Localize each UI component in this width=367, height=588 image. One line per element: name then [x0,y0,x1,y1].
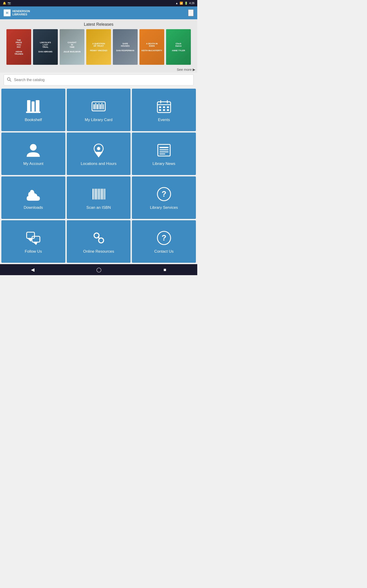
svg-rect-21 [159,109,161,111]
svg-rect-19 [163,106,165,108]
svg-rect-20 [167,106,169,108]
events-label: Events [158,117,170,122]
svg-rect-8 [95,103,96,109]
search-icon [7,77,12,83]
book-cover-2[interactable]: LINCOLN'SLASTTRIALDAN ABRAMS [33,29,58,65]
svg-rect-12 [102,103,102,109]
grid-item-scan-isbn[interactable]: Scan an ISBN [67,176,131,219]
svg-rect-3 [32,102,35,112]
scan-isbn-label: Scan an ISBN [86,205,111,210]
main-grid: Bookshelf My Library Card [0,87,197,264]
my-library-card-label: My Library Card [85,117,113,122]
svg-rect-39 [103,189,104,199]
online-resources-label: Online Resources [83,249,114,254]
status-bar: 🔔 📷 ▲ 📶 🔋 4:26 [0,0,197,6]
my-account-label: My Account [23,161,43,166]
svg-rect-7 [93,104,94,109]
search-input[interactable] [14,78,191,82]
back-button[interactable]: ◀ [31,267,34,272]
follow-us-icon [25,230,42,246]
book-cover-3[interactable]: CAUGHTINTIMEJULIE McELWAIN [60,29,84,65]
library-services-label: Library Services [150,205,178,210]
hamburger-menu-button[interactable]: ☰ [188,9,194,16]
svg-rect-35 [97,189,98,199]
latest-releases-title: Latest Releases [4,22,194,27]
svg-rect-38 [101,189,102,199]
svg-rect-32 [92,189,94,199]
svg-line-1 [10,80,11,81]
latest-releases-section: Latest Releases THEPRICEYOUPAYAIDANTRUHE… [0,19,197,67]
svg-rect-5 [26,112,41,113]
svg-rect-28 [159,147,169,148]
svg-line-49 [98,237,99,239]
time-display: 4:26 [189,2,194,5]
library-card-icon [90,98,107,115]
follow-us-label: Follow Us [25,249,42,254]
locations-icon [90,142,107,158]
svg-rect-33 [94,189,95,199]
svg-rect-4 [36,100,40,112]
app-header: H HENDERSONLIBRARIES ☰ [0,6,197,19]
recent-button[interactable]: ■ [164,267,166,272]
library-news-icon [156,142,172,158]
book-cover-6[interactable]: A DEATH INEDENKEITH McCAFFERTY [140,29,164,65]
svg-rect-43 [27,232,35,238]
see-more-button[interactable]: See more ▶ [177,68,195,72]
svg-text:?: ? [161,190,166,198]
status-left-icons: 🔔 📷 [3,2,11,5]
grid-item-events[interactable]: Events [132,89,196,131]
scan-isbn-icon [90,186,107,202]
grid-item-online-resources[interactable]: Online Resources [67,220,131,263]
grid-item-downloads[interactable]: Downloads [1,176,65,219]
see-more-row: See more ▶ [0,67,197,73]
svg-rect-30 [159,152,169,153]
contact-us-icon: ? [156,230,172,246]
online-resources-icon [90,230,107,246]
my-account-icon [25,142,42,158]
book-cover-4[interactable]: A QUESTIONOF TRUSTPENNY VINCENZI [86,29,111,65]
svg-point-24 [30,144,37,151]
svg-rect-34 [95,189,97,199]
svg-rect-18 [159,106,161,108]
grid-item-follow-us[interactable]: Follow Us [1,220,65,263]
svg-rect-40 [104,189,105,199]
bottom-nav: ◀ ◯ ■ [0,264,197,275]
svg-rect-10 [99,103,99,109]
wifi-icon: ▲ [175,2,178,5]
svg-marker-46 [33,242,38,245]
svg-rect-23 [167,109,169,111]
svg-rect-37 [100,189,101,199]
svg-rect-36 [98,189,100,199]
grid-item-library-news[interactable]: Library News [132,132,196,175]
status-right-icons: ▲ 📶 🔋 4:26 [175,2,194,5]
contact-us-label: Contact Us [154,249,174,254]
logo-text: HENDERSONLIBRARIES [12,10,30,16]
library-services-icon: ? [156,186,172,202]
svg-rect-45 [32,236,40,242]
grid-item-my-library-card[interactable]: My Library Card [67,89,131,131]
header-logo: H HENDERSONLIBRARIES [4,9,30,16]
grid-item-locations-hours[interactable]: Locations and Hours [67,132,131,175]
svg-rect-11 [100,104,101,109]
book-cover-1[interactable]: THEPRICEYOUPAYAIDANTRUHEN [6,29,31,65]
library-news-label: Library News [152,161,175,166]
grid-item-my-account[interactable]: My Account [1,132,65,175]
bookshelf-icon [25,98,42,115]
screenshot-icon: 📷 [8,2,11,5]
grid-item-contact-us[interactable]: ? Contact Us [132,220,196,263]
book-cover-5[interactable]: SAFEHOUSESDAN FESPERMAN [113,29,138,65]
grid-item-library-services[interactable]: ? Library Services [132,176,196,219]
books-row: THEPRICEYOUPAYAIDANTRUHEN LINCOLN'SLASTT… [4,29,194,65]
downloads-label: Downloads [24,205,43,210]
bookshelf-label: Bookshelf [25,117,42,122]
grid-item-bookshelf[interactable]: Bookshelf [1,89,65,131]
locations-hours-label: Locations and Hours [81,161,117,166]
svg-rect-13 [103,104,104,109]
home-button[interactable]: ◯ [96,267,101,272]
battery-icon: 🔋 [184,2,188,5]
svg-text:?: ? [161,233,166,242]
logo-box: H [4,9,10,16]
svg-rect-22 [163,109,165,111]
book-cover-7[interactable]: ClockDanceANNE TYLER [166,29,191,65]
downloads-icon [25,186,42,202]
